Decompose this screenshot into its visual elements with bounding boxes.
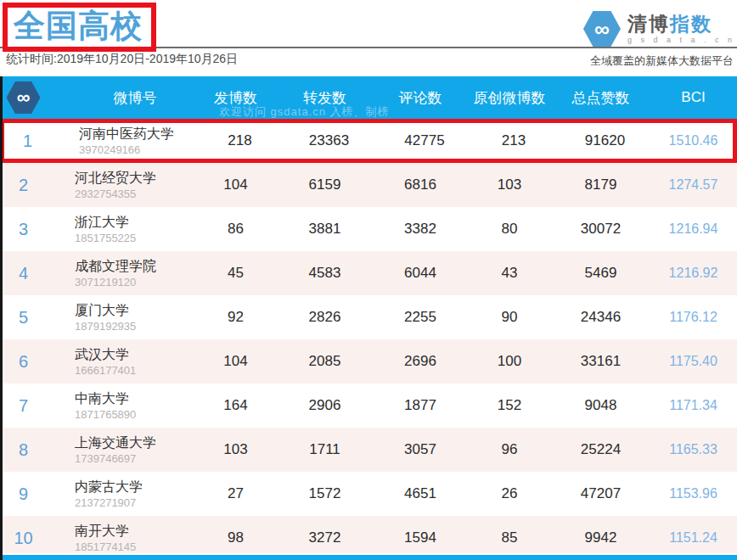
likes-count: 33161 — [552, 353, 650, 370]
comments-count: 42775 — [378, 132, 471, 149]
stat-time-range: 统计时间:2019年10月20日-2019年10月26日 — [6, 52, 238, 67]
infinity-hexagon-icon: ∞ — [583, 11, 621, 47]
comments-count: 1594 — [374, 529, 467, 546]
posts-count: 27 — [195, 485, 276, 502]
account-cell: 河北经贸大学 2932754355 — [47, 170, 195, 201]
table-row[interactable]: 8 上海交通大学 1739746697 103 1711 3057 96 252… — [0, 428, 737, 472]
header-logo-cell: ∞ — [0, 81, 47, 114]
posts-count: 103 — [195, 441, 276, 458]
account-name[interactable]: 厦门大学 — [75, 302, 195, 319]
comments-count: 3382 — [374, 221, 467, 238]
account-cell: 河南中医药大学 3970249166 — [51, 126, 200, 157]
brand-name: 清博指数 — [627, 14, 735, 34]
likes-count: 25224 — [552, 441, 650, 458]
rank-number: 7 — [0, 396, 47, 416]
brand-text: 清博指数 g s d a t a . c n — [627, 14, 735, 44]
rank-number: 8 — [0, 440, 47, 460]
qingbo-brand-logo[interactable]: ∞ 清博指数 g s d a t a . c n — [583, 11, 735, 47]
rank-number: 4 — [0, 264, 47, 283]
reposts-count: 23363 — [280, 132, 378, 149]
table-row[interactable]: 2 河北经贸大学 2932754355 104 6159 6816 103 81… — [0, 163, 737, 207]
reposts-count: 1711 — [276, 441, 374, 458]
ranking-table-body: 1 河南中医药大学 3970249166 218 23363 42775 213… — [0, 119, 737, 560]
table-row[interactable]: 5 厦门大学 1879192935 92 2826 2255 90 24346 … — [0, 295, 737, 339]
bci-score: 1171.34 — [650, 398, 737, 413]
likes-count: 24346 — [552, 309, 650, 326]
likes-count: 30072 — [552, 221, 650, 238]
account-id: 1879192935 — [75, 319, 195, 333]
bci-score: 1216.94 — [650, 221, 737, 237]
posts-count: 104 — [195, 176, 276, 193]
account-name[interactable]: 成都文理学院 — [75, 258, 195, 275]
comments-count: 2255 — [374, 309, 467, 326]
account-name[interactable]: 浙江大学 — [75, 214, 195, 231]
likes-count: 5469 — [552, 265, 650, 282]
rank-number: 5 — [0, 308, 47, 328]
likes-count: 8179 — [552, 176, 650, 193]
posts-count: 45 — [195, 265, 276, 282]
title-annotation-box: 全国高校 — [3, 3, 156, 52]
likes-count: 91620 — [556, 132, 654, 149]
table-row[interactable]: 1 河南中医药大学 3970249166 218 23363 42775 213… — [0, 119, 737, 163]
page-title: 全国高校 — [14, 8, 143, 43]
comments-count: 4651 — [374, 485, 467, 502]
table-row[interactable]: 6 武汉大学 1666177401 104 2085 2696 100 3316… — [0, 339, 737, 384]
account-name[interactable]: 南开大学 — [75, 523, 195, 540]
col-header-bci: BCI — [650, 89, 737, 106]
bci-score: 1175.40 — [650, 354, 737, 369]
rank-number: 1 — [4, 132, 51, 151]
screenshot-left-edge — [0, 76, 3, 560]
original-count: 80 — [467, 221, 552, 238]
table-row[interactable]: 7 中南大学 1871765890 164 2906 1877 152 9048… — [0, 384, 737, 428]
comments-count: 3057 — [374, 441, 467, 458]
brand-tagline: 全域覆盖的新媒体大数据平台 — [590, 53, 734, 69]
account-name[interactable]: 河北经贸大学 — [75, 170, 195, 187]
account-cell: 成都文理学院 3071219120 — [47, 258, 195, 289]
comments-count: 6816 — [374, 176, 467, 193]
account-id: 1666177401 — [75, 363, 195, 378]
table-header: ∞ 微博号 发博数 转发数 评论数 原创微博数 总点赞数 BCI 欢迎访问 gs… — [0, 76, 737, 119]
account-cell: 中南大学 1871765890 — [47, 390, 195, 422]
account-id: 1851774145 — [75, 540, 195, 554]
bci-score: 1216.92 — [650, 266, 737, 281]
bci-score: 1153.96 — [650, 486, 737, 501]
account-name[interactable]: 内蒙古大学 — [75, 479, 195, 496]
original-count: 90 — [467, 309, 552, 326]
reposts-count: 6159 — [276, 176, 374, 193]
original-count: 26 — [467, 485, 552, 502]
comments-count: 6044 — [374, 265, 467, 282]
top-banner: 全国高校 统计时间:2019年10月20日-2019年10月26日 ∞ 清博指数… — [0, 0, 737, 76]
account-id: 3071219120 — [75, 275, 195, 289]
reposts-count: 2826 — [276, 309, 374, 326]
rank-number: 2 — [0, 176, 47, 195]
account-name[interactable]: 中南大学 — [75, 390, 195, 407]
reposts-count: 2085 — [276, 353, 374, 370]
account-id: 3970249166 — [79, 143, 200, 157]
original-count: 100 — [467, 353, 552, 370]
likes-count: 47207 — [552, 485, 650, 502]
posts-count: 92 — [195, 309, 276, 326]
original-count: 85 — [467, 529, 552, 546]
rank-number: 10 — [0, 529, 47, 548]
reposts-count: 4583 — [276, 265, 374, 282]
bci-score: 1151.24 — [650, 530, 737, 546]
account-id: 1851755225 — [75, 231, 195, 245]
account-id: 2137271907 — [75, 496, 195, 510]
account-cell: 浙江大学 1851755225 — [47, 214, 195, 245]
account-name[interactable]: 武汉大学 — [75, 346, 195, 363]
posts-count: 104 — [195, 353, 276, 370]
table-row[interactable]: 3 浙江大学 1851755225 86 3881 3382 80 30072 … — [0, 207, 737, 251]
account-id: 2932754355 — [75, 187, 195, 201]
table-row[interactable]: 4 成都文理学院 3071219120 45 4583 6044 43 5469… — [0, 251, 737, 295]
account-name[interactable]: 上海交通大学 — [75, 434, 195, 451]
account-id: 1871765890 — [75, 407, 195, 422]
original-count: 152 — [467, 397, 552, 414]
account-cell: 南开大学 1851774145 — [47, 523, 195, 554]
col-header-weibo-account: 微博号 — [47, 88, 195, 108]
bci-score: 1176.12 — [650, 310, 737, 325]
table-row[interactable]: 9 内蒙古大学 2137271907 27 1572 4651 26 47207… — [0, 472, 737, 516]
reposts-count: 3272 — [276, 529, 374, 546]
posts-count: 218 — [200, 132, 280, 149]
account-name[interactable]: 河南中医药大学 — [79, 126, 200, 143]
reposts-count: 1572 — [276, 485, 374, 502]
